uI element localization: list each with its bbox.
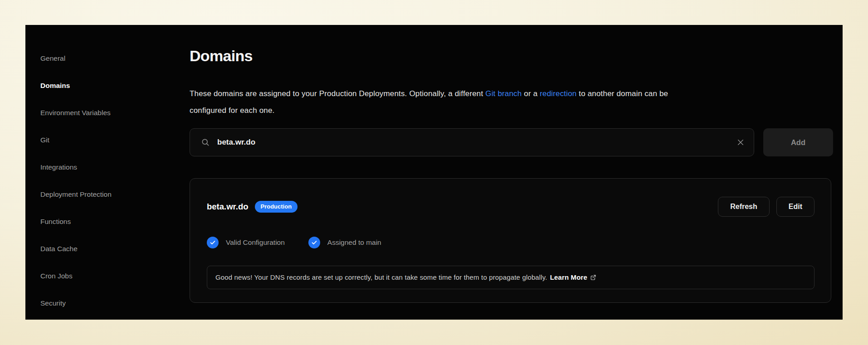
sidebar-item-data-cache[interactable]: Data Cache [40, 244, 176, 254]
sidebar-item-environment-variables[interactable]: Environment Variables [40, 108, 176, 118]
domain-name: beta.wr.do [207, 202, 249, 212]
description-text: configured for each one. [190, 106, 274, 115]
edit-button[interactable]: Edit [776, 197, 814, 217]
clear-input-icon[interactable] [736, 138, 745, 146]
sidebar-item-general[interactable]: General [40, 53, 176, 63]
status-label: Assigned to main [327, 238, 381, 247]
domain-input[interactable] [217, 138, 736, 147]
status-checks-row: Valid Configuration Assigned to main [207, 237, 814, 248]
environment-badge: Production [255, 201, 298, 213]
description-text: or a [522, 89, 540, 98]
dns-notice: Good news! Your DNS records are set up c… [207, 266, 814, 289]
page-title: Domains [190, 46, 833, 66]
domain-card-header: beta.wr.do Production Refresh Edit [207, 197, 814, 217]
dns-notice-text: Good news! Your DNS records are set up c… [215, 272, 547, 283]
assigned-branch-status: Assigned to main [308, 237, 381, 248]
valid-configuration-status: Valid Configuration [207, 237, 285, 248]
sidebar-item-functions[interactable]: Functions [40, 217, 176, 227]
refresh-button[interactable]: Refresh [718, 197, 770, 217]
git-branch-link[interactable]: Git branch [485, 89, 522, 98]
section-description: These domains are assigned to your Produ… [190, 85, 833, 119]
sidebar-item-integrations[interactable]: Integrations [40, 162, 176, 172]
domain-card: beta.wr.do Production Refresh Edit Valid… [190, 178, 831, 303]
learn-more-label: Learn More [550, 272, 587, 283]
sidebar-item-security[interactable]: Security [40, 298, 176, 308]
sidebar-item-cron-jobs[interactable]: Cron Jobs [40, 271, 176, 281]
domain-card-actions: Refresh Edit [718, 197, 814, 217]
domain-identity: beta.wr.do Production [207, 201, 297, 213]
sidebar-item-domains[interactable]: Domains [40, 81, 176, 91]
description-text: to another domain can be [576, 89, 668, 98]
learn-more-link[interactable]: Learn More [550, 272, 596, 283]
description-text: These domains are assigned to your Produ… [190, 89, 485, 98]
status-label: Valid Configuration [226, 238, 285, 247]
domains-section: Domains These domains are assigned to yo… [190, 25, 833, 303]
sidebar-item-git[interactable]: Git [40, 135, 176, 145]
sidebar-item-deployment-protection[interactable]: Deployment Protection [40, 190, 176, 199]
settings-sidebar: General Domains Environment Variables Gi… [40, 53, 176, 308]
add-domain-button[interactable]: Add [763, 128, 833, 156]
domain-input-container[interactable] [190, 128, 754, 156]
check-circle-icon [207, 237, 219, 248]
search-icon [201, 138, 210, 147]
add-domain-row: Add [190, 128, 833, 156]
check-circle-icon [308, 237, 320, 248]
redirection-link[interactable]: redirection [540, 89, 576, 98]
external-link-icon [590, 274, 596, 281]
settings-panel: General Domains Environment Variables Gi… [25, 25, 843, 320]
